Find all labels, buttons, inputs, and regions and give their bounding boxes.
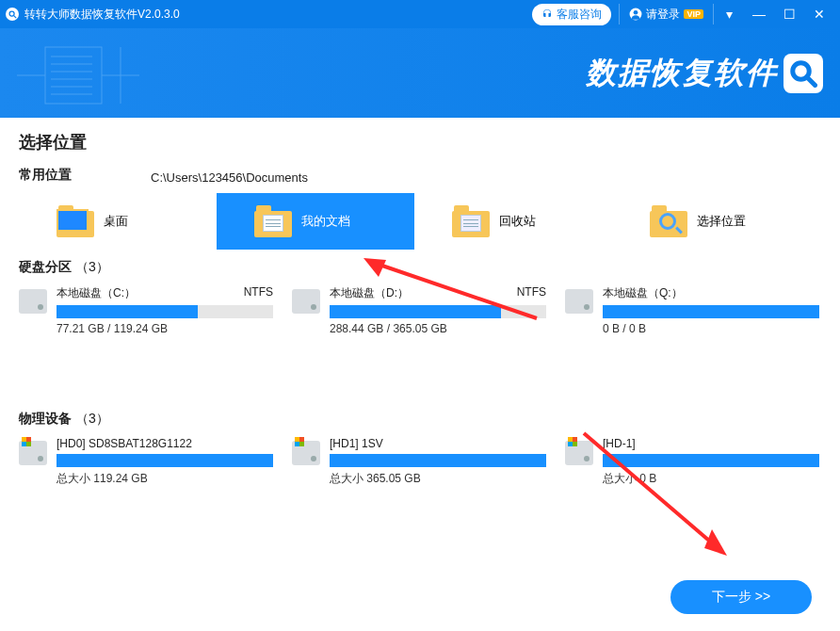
location-desktop[interactable]: 桌面 <box>19 193 217 250</box>
desktop-icon <box>57 205 94 237</box>
hero-banner: 数据恢复软件 <box>0 28 840 118</box>
support-button[interactable]: 客服咨询 <box>532 4 611 25</box>
svg-point-3 <box>634 10 638 15</box>
user-icon <box>629 8 642 21</box>
next-button[interactable]: 下一步 >> <box>670 580 812 614</box>
drive-icon <box>565 289 593 314</box>
decorative-lines-icon <box>17 38 224 113</box>
headset-icon <box>541 8 553 20</box>
brand-logo-icon <box>783 54 823 93</box>
devices-heading: 物理设备 （3） <box>19 411 821 428</box>
app-title: 转转大师数据恢复软件V2.0.3.0 <box>24 7 180 23</box>
titlebar: 转转大师数据恢复软件V2.0.3.0 客服咨询 请登录 VIP ▾ — ☐ ✕ <box>0 0 840 28</box>
svg-line-15 <box>807 76 816 85</box>
common-locations-heading: 常用位置 <box>19 167 821 184</box>
physical-drive-icon <box>565 441 593 465</box>
devices-row: [HD0] SD8SBAT128G1122 总大小 119.24 GB [HD1… <box>19 437 821 487</box>
dropdown-button[interactable]: ▾ <box>714 7 744 22</box>
page-title: 选择位置 <box>19 131 821 154</box>
common-locations-row: 桌面 我的文档 回收站 选择位置 <box>19 193 821 250</box>
minimize-button[interactable]: — <box>744 7 774 22</box>
drive-icon <box>19 289 47 314</box>
svg-point-0 <box>9 11 14 16</box>
maximize-button[interactable]: ☐ <box>774 7 804 22</box>
partition-d[interactable]: 本地磁盘（D:）NTFS 288.44 GB / 365.05 GB <box>292 285 546 335</box>
svg-rect-4 <box>45 47 102 104</box>
physical-drive-icon <box>19 441 47 465</box>
physical-drive-icon <box>292 441 320 465</box>
close-button[interactable]: ✕ <box>804 7 834 22</box>
device-hd0[interactable]: [HD0] SD8SBAT128G1122 总大小 119.24 GB <box>19 437 273 487</box>
svg-line-1 <box>14 16 17 19</box>
drive-icon <box>292 289 320 314</box>
location-browse[interactable]: 选择位置 <box>612 193 810 250</box>
partition-q[interactable]: 本地磁盘（Q:） 0 B / 0 B <box>565 285 819 335</box>
device-hd-1[interactable]: [HD-1] 总大小 0 B <box>565 437 819 487</box>
vip-badge: VIP <box>684 9 703 19</box>
recycle-icon <box>452 205 490 237</box>
brand-text: 数据恢复软件 <box>586 53 778 94</box>
documents-icon <box>254 205 292 237</box>
location-recycle[interactable]: 回收站 <box>414 193 612 250</box>
selected-path: C:\Users\123456\Documents <box>151 170 308 185</box>
svg-marker-19 <box>704 529 727 556</box>
partitions-row: 本地磁盘（C:）NTFS 77.21 GB / 119.24 GB 本地磁盘（D… <box>19 285 821 335</box>
partition-c[interactable]: 本地磁盘（C:）NTFS 77.21 GB / 119.24 GB <box>19 285 273 335</box>
partitions-heading: 硬盘分区 （3） <box>19 259 821 276</box>
device-hd1[interactable]: [HD1] 1SV 总大小 365.05 GB <box>292 437 546 487</box>
login-button[interactable]: 请登录 VIP <box>619 4 714 24</box>
location-documents[interactable]: 我的文档 <box>217 193 414 250</box>
browse-icon <box>650 205 687 237</box>
app-logo-icon <box>6 8 19 21</box>
